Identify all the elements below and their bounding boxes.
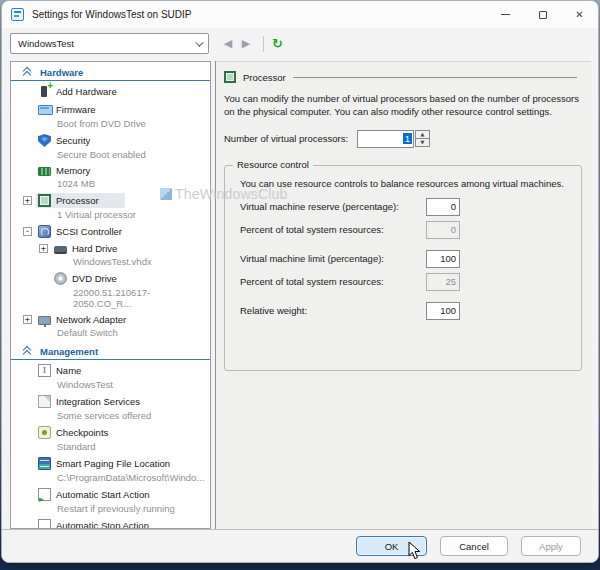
sidebar-item-add-hardware[interactable]: Add Hardware <box>11 82 210 100</box>
expand-icon[interactable]: + <box>23 315 32 324</box>
vp-count-spinner: 1 ▲ ▼ <box>357 130 430 148</box>
integration-services-icon <box>38 395 51 408</box>
sidebar-item-scsi-controller[interactable]: - SCSI Controller <box>11 222 210 240</box>
processor-icon <box>224 71 236 83</box>
sidebar-item-subtext: Default Switch <box>11 327 210 340</box>
sidebar-item-firmware[interactable]: Firmware <box>11 100 210 118</box>
relative-weight-input[interactable] <box>426 302 460 320</box>
maximize-button[interactable] <box>524 1 561 28</box>
chevron-down-icon <box>195 38 203 46</box>
sidebar-item-smart-paging[interactable]: Smart Paging File Location <box>11 454 210 472</box>
sidebar-item-label: Security <box>56 135 90 146</box>
network-adapter-icon <box>38 316 51 325</box>
refresh-button[interactable]: ↻ <box>272 36 283 51</box>
shield-icon <box>38 134 51 147</box>
add-hardware-icon <box>38 85 51 98</box>
minimize-button[interactable] <box>487 1 524 28</box>
vm-selector-dropdown[interactable]: WindowsTest <box>10 33 209 54</box>
hard-drive-icon <box>54 246 67 254</box>
toolbar-separator <box>263 36 264 52</box>
page-description: You can modify the number of virtual pro… <box>216 83 591 119</box>
sidebar-item-subtext: Secure Boot enabled <box>11 149 210 162</box>
apply-button: Apply <box>521 536 581 556</box>
cancel-button[interactable]: Cancel <box>440 536 508 556</box>
spin-down-button[interactable]: ▼ <box>415 138 430 147</box>
close-button[interactable]: ✕ <box>561 1 598 28</box>
sidebar-item-label: Hard Drive <box>72 243 117 254</box>
sidebar-item-subtext: 22000.51.210617-2050.CO_R... <box>11 287 210 311</box>
vp-count-value: 1 <box>403 133 412 144</box>
vm-selector-value: WindowsTest <box>18 38 74 49</box>
sidebar-item-hard-drive[interactable]: + Hard Drive <box>11 240 210 256</box>
reserve-percent-label: Percent of total system resources: <box>240 224 426 235</box>
sidebar: Hardware Add Hardware Firmware Boot from… <box>10 61 211 529</box>
collapse-section-icon <box>23 68 32 77</box>
sidebar-item-memory[interactable]: Memory <box>11 162 210 178</box>
collapse-icon[interactable]: - <box>23 227 32 236</box>
expand-icon[interactable]: + <box>39 244 48 253</box>
relative-weight-label: Relative weight: <box>240 305 426 316</box>
sidebar-item-network-adapter[interactable]: + Network Adapter <box>11 311 210 327</box>
sidebar-item-integration-services[interactable]: Integration Services <box>11 392 210 410</box>
limit-label: Virtual machine limit (percentage): <box>240 253 426 264</box>
sidebar-item-label: Add Hardware <box>56 86 117 97</box>
collapse-section-icon <box>23 347 32 356</box>
sidebar-item-subtext: Standard <box>11 441 210 454</box>
maximize-icon <box>539 11 547 19</box>
sidebar-item-dvd-drive[interactable]: DVD Drive <box>11 269 210 287</box>
navigate-forward-button[interactable]: ▶ <box>239 37 253 50</box>
limit-percent-label: Percent of total system resources: <box>240 276 426 287</box>
vp-count-input[interactable]: 1 <box>357 130 414 148</box>
automatic-start-icon <box>38 488 51 501</box>
section-header-hardware[interactable]: Hardware <box>11 64 210 81</box>
sidebar-item-label: SCSI Controller <box>56 226 122 237</box>
header-rule <box>293 77 577 78</box>
name-icon: I <box>38 364 51 377</box>
sidebar-item-processor[interactable]: + Processor <box>11 191 210 209</box>
section-title: Management <box>40 346 98 357</box>
reserve-percent-input <box>426 221 460 239</box>
limit-row: Virtual machine limit (percentage): <box>240 250 460 268</box>
scsi-controller-icon <box>38 225 51 238</box>
section-header-management[interactable]: Management <box>11 343 210 360</box>
sidebar-item-subtext: 1 Virtual processor <box>11 209 210 222</box>
sidebar-item-security[interactable]: Security <box>11 131 210 149</box>
sidebar-item-subtext: 1024 MB <box>11 178 210 191</box>
group-title: Resource control <box>233 159 313 170</box>
sidebar-item-label: Memory <box>56 165 90 176</box>
content-area: Hardware Add Hardware Firmware Boot from… <box>2 59 598 530</box>
sidebar-item-auto-start[interactable]: Automatic Start Action <box>11 485 210 503</box>
reserve-percent-row: Percent of total system resources: <box>240 221 460 239</box>
sidebar-item-label: Integration Services <box>56 396 140 407</box>
minimize-icon <box>501 14 510 15</box>
vp-count-label: Number of virtual processors: <box>224 133 357 144</box>
sidebar-item-label: Network Adapter <box>56 314 126 325</box>
sidebar-item-checkpoints[interactable]: Checkpoints <box>11 423 210 441</box>
titlebar: Settings for WindowsTest on SUDIP ✕ <box>2 1 598 28</box>
firmware-icon <box>38 103 51 116</box>
limit-percent-input <box>426 273 460 291</box>
sidebar-item-subtext: Restart if previously running <box>11 503 210 516</box>
sidebar-item-label: DVD Drive <box>72 273 117 284</box>
processor-icon <box>38 194 51 207</box>
settings-app-icon <box>11 8 24 21</box>
limit-input[interactable] <box>426 250 460 268</box>
processor-settings-panel: Processor You can modify the number of v… <box>216 61 591 529</box>
sidebar-item-label: Firmware <box>56 104 96 115</box>
expand-icon[interactable]: + <box>23 196 32 205</box>
limit-percent-row: Percent of total system resources: <box>240 273 460 291</box>
dialog-footer: OK Cancel Apply <box>2 530 598 562</box>
mouse-cursor <box>408 541 421 560</box>
navigate-back-button[interactable]: ◀ <box>221 37 235 50</box>
sidebar-item-label: Automatic Start Action <box>56 489 149 500</box>
sidebar-item-auto-stop[interactable]: Automatic Stop Action <box>11 516 210 529</box>
automatic-stop-icon <box>38 519 51 529</box>
reserve-input[interactable] <box>426 198 460 216</box>
sidebar-item-name[interactable]: I Name <box>11 361 210 379</box>
page-title: Processor <box>243 72 286 83</box>
smart-paging-icon <box>38 457 51 470</box>
group-description: You can use resource controls to balance… <box>240 178 569 189</box>
settings-dialog: Settings for WindowsTest on SUDIP ✕ Wind… <box>1 0 599 563</box>
sidebar-item-subtext: Boot from DVD Drive <box>11 118 210 131</box>
sidebar-item-label: Checkpoints <box>56 427 108 438</box>
